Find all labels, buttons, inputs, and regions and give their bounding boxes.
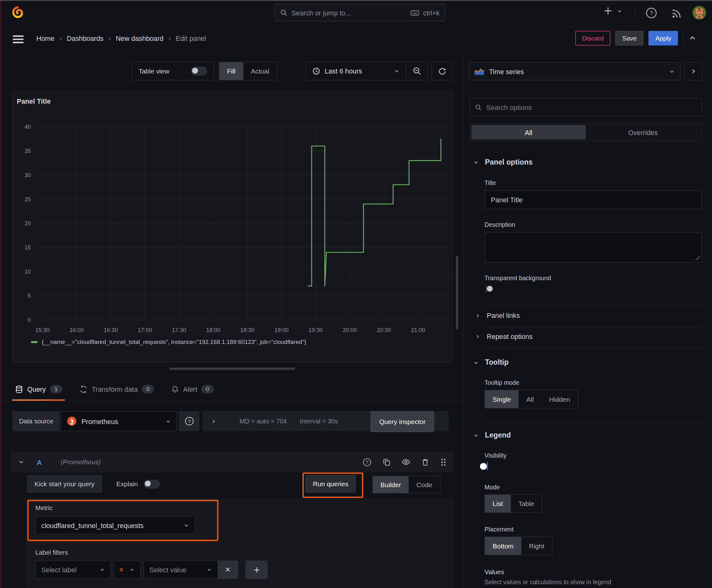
grafana-logo-icon[interactable] (11, 6, 24, 19)
tab-transform[interactable]: Transform data 0 (77, 379, 157, 399)
save-button[interactable]: Save (616, 31, 644, 45)
label-filter-label-select[interactable]: Select label (36, 561, 111, 579)
explain-toggle[interactable] (144, 480, 160, 488)
legend-mode-list[interactable]: List (485, 495, 511, 512)
timeseries-chart[interactable]: 051015202530354015:3016:0016:3017:0017:3… (13, 91, 452, 362)
operator-value: = (119, 566, 123, 573)
x-axis-tick-label: 20:30 (377, 327, 391, 333)
tab-alert[interactable]: Alert 0 (169, 379, 216, 399)
transparent-background-toggle[interactable] (486, 285, 487, 293)
time-range-value: Last 6 hours (325, 67, 362, 75)
prometheus-icon (67, 416, 77, 426)
label-filter-operator-select[interactable]: = (114, 561, 141, 579)
table-view-control[interactable]: Table view (132, 62, 214, 80)
query-ref-id: A (37, 458, 42, 466)
tooltip-mode-hidden[interactable]: Hidden (542, 390, 578, 408)
top-nav: Search or jump to... ctrl+k ? (0, 0, 712, 26)
panel-title-input[interactable]: Panel Title (484, 190, 702, 209)
tab-query[interactable]: Query 1 (12, 379, 65, 399)
run-queries-button[interactable]: Run queries (305, 475, 355, 492)
add-filter-button[interactable] (246, 561, 267, 579)
kick-start-query-button[interactable]: Kick start your query (27, 475, 102, 492)
fill-mode-option[interactable]: Fill (219, 62, 243, 80)
tooltip-mode-all[interactable]: All (519, 390, 542, 408)
label-filter-value-select[interactable]: Select value (144, 561, 218, 579)
repeat-options-label: Repeat options (487, 333, 533, 340)
query-inspector-button[interactable]: Query inspector (370, 411, 434, 432)
apply-button[interactable]: Apply (649, 31, 678, 45)
options-tab-overrides[interactable]: Overrides (586, 125, 700, 140)
refresh-button[interactable] (431, 62, 453, 80)
chart-legend[interactable]: {__name__="cloudflared_tunnel_total_requ… (31, 339, 306, 345)
stats-max-datapoints: MD = auto = 704 (239, 417, 287, 425)
legend-mode-segmented: List Table (484, 495, 542, 513)
panel-options-section-header[interactable]: Panel options (473, 158, 533, 166)
drag-handle-grip-icon[interactable] (440, 458, 447, 466)
scrollbar-thumb[interactable] (456, 256, 458, 329)
tooltip-section-header[interactable]: Tooltip (473, 358, 509, 366)
collapse-header-button[interactable] (688, 34, 697, 42)
series-legend-label[interactable]: {__name__="cloudflared_tunnel_total_requ… (42, 339, 306, 345)
table-view-toggle[interactable] (191, 67, 207, 76)
chevron-right-icon (475, 313, 480, 318)
hide-query-eye-icon[interactable] (402, 458, 411, 467)
pane-resize-handle[interactable] (170, 368, 296, 370)
label-filters-label: Label filters (36, 549, 68, 556)
metric-select[interactable]: cloudflared_tunnel_total_requests (36, 516, 195, 534)
x-axis-tick-label: 16:30 (104, 327, 118, 333)
chevron-down-icon (669, 68, 675, 75)
description-textarea[interactable] (484, 232, 702, 262)
menu-toggle-button[interactable] (13, 34, 24, 45)
divider (484, 305, 702, 306)
duplicate-query-icon[interactable] (382, 458, 391, 466)
visualization-select[interactable]: Time series (468, 62, 681, 80)
collapse-options-button[interactable] (684, 62, 703, 80)
tooltip-mode-single[interactable]: Single (485, 390, 519, 408)
legend-mode-table[interactable]: Table (511, 495, 542, 512)
options-search-input[interactable]: Search options (470, 98, 702, 116)
textarea-resize-handle[interactable] (695, 256, 699, 260)
breadcrumb-home[interactable]: Home (37, 34, 55, 42)
delete-query-trash-icon[interactable] (421, 458, 429, 466)
panel-links-section[interactable]: Panel links (475, 312, 520, 319)
builder-mode-option[interactable]: Builder (373, 476, 409, 493)
global-search[interactable]: Search or jump to... ctrl+k (274, 4, 446, 21)
legend-placement-segmented: Bottom Right (484, 537, 553, 555)
zoom-out-button[interactable] (407, 67, 428, 76)
legend-section-header[interactable]: Legend (473, 431, 511, 439)
breadcrumb-new-dashboard[interactable]: New dashboard (116, 34, 164, 42)
y-axis-tick-label: 15 (24, 244, 31, 251)
legend-placement-right[interactable]: Right (521, 537, 552, 555)
tab-alert-count: 0 (201, 385, 214, 393)
fill-actual-segmented: Fill Actual (219, 62, 277, 80)
editor-tabs: Query 1 Transform data 0 Alert 0 (12, 378, 216, 400)
keyboard-icon (410, 9, 419, 16)
options-tab-all[interactable]: All (471, 125, 585, 140)
datasource-select[interactable]: Prometheus (61, 411, 177, 431)
actions-divider (683, 31, 684, 45)
legend-placement-bottom[interactable]: Bottom (485, 537, 521, 555)
breadcrumb-dashboards[interactable]: Dashboards (67, 34, 104, 42)
legend-mode-label: Mode (484, 484, 500, 491)
query-help-icon[interactable]: ? (362, 457, 372, 467)
new-menu-button[interactable] (603, 6, 623, 15)
datasource-help-button[interactable]: ? (179, 411, 200, 431)
chevron-down-icon (207, 567, 212, 572)
timeseries-viz-icon (474, 67, 484, 76)
tab-query-label: Query (27, 385, 46, 393)
news-broadcast-button[interactable] (671, 8, 683, 19)
discard-button[interactable]: Discard (576, 31, 610, 45)
repeat-options-section[interactable]: Repeat options (475, 333, 533, 340)
code-mode-option[interactable]: Code (409, 476, 440, 493)
user-avatar[interactable] (692, 5, 706, 20)
panel-options-heading: Panel options (485, 158, 533, 166)
legend-visibility-toggle[interactable] (487, 462, 488, 470)
builder-code-segmented: Builder Code (372, 476, 440, 493)
help-button[interactable]: ? (645, 7, 657, 19)
time-range-picker[interactable]: Last 6 hours (306, 67, 406, 75)
tooltip-heading: Tooltip (485, 358, 509, 366)
remove-filter-button[interactable]: ✕ (218, 561, 238, 579)
actual-mode-option[interactable]: Actual (243, 62, 277, 80)
query-row-header[interactable]: A (Prometheus) ? (11, 452, 454, 473)
panel-title-value: Panel Title (491, 196, 523, 204)
